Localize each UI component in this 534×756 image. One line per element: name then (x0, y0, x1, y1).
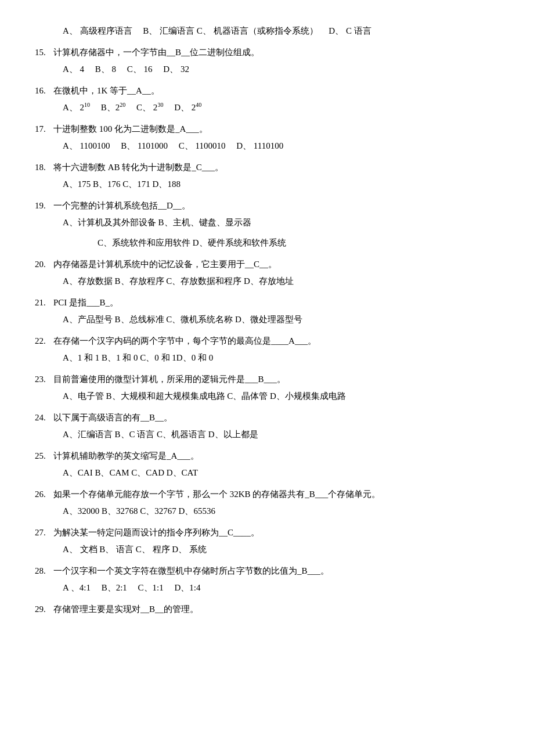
question-line: 29. 存储管理主要是实现对__B__的管理。 (35, 602, 499, 617)
answer-options: A、汇编语言 B、C 语言 C、机器语言 D、以上都是 (35, 427, 499, 442)
question-text: 目前普遍使用的微型计算机，所采用的逻辑元件是___B___。 (53, 372, 499, 387)
question-text: 如果一个存储单元能存放一个字节，那么一个 32KB 的存储器共有_B___个存储… (53, 487, 499, 502)
answer-options: A、CAI B、CAM C、CAD D、CAT (35, 465, 499, 481)
question-text: 存储管理主要是实现对__B__的管理。 (53, 602, 499, 617)
question-line: 16. 在微机中，1K 等于__A__。 (35, 83, 499, 99)
answer-options: A、175 B、176 C、171 D、188 (35, 177, 499, 192)
question-block: 20. 内存储器是计算机系统中的记忆设备，它主要用于__C__。A、存放数据 B… (35, 257, 499, 289)
question-block: 23. 目前普遍使用的微型计算机，所采用的逻辑元件是___B___。A、电子管 … (35, 372, 499, 404)
question-line: 19. 一个完整的计算机系统包括__D__。 (35, 198, 499, 214)
question-block: 15. 计算机存储器中，一个字节由__B__位二进制位组成。A、 4 B、 8 … (35, 45, 499, 77)
question-text: 十进制整数 100 化为二进制数是_A___。 (53, 121, 499, 137)
question-number: 28. (35, 563, 53, 579)
question-number: 18. (35, 160, 53, 175)
answer-options: A、计算机及其外部设备 B、主机、键盘、显示器 (35, 215, 499, 231)
question-line: 20. 内存储器是计算机系统中的记忆设备，它主要用于__C__。 (35, 257, 499, 272)
question-block: 21. PCI 是指___B_。A、产品型号 B、总线标准 C、微机系统名称 D… (35, 295, 499, 327)
question-text: 在存储一个汉字内码的两个字节中，每个字节的最高位是____A___。 (53, 333, 499, 349)
answer-options: A、产品型号 B、总线标准 C、微机系统名称 D、微处理器型号 (35, 312, 499, 327)
question-block: 29. 存储管理主要是实现对__B__的管理。 (35, 602, 499, 617)
question-block: 19. 一个完整的计算机系统包括__D__。A、计算机及其外部设备 B、主机、键… (35, 198, 499, 251)
question-line: 25. 计算机辅助教学的英文缩写是_A___。 (35, 448, 499, 464)
answer-options: A、电子管 B、大规模和超大规模集成电路 C、晶体管 D、小规模集成电路 (35, 388, 499, 404)
question-block: 27. 为解决某一特定问题而设计的指令序列称为__C____。A、 文档 B、 … (35, 525, 499, 557)
question-text: PCI 是指___B_。 (53, 295, 499, 311)
question-block: 26. 如果一个存储单元能存放一个字节，那么一个 32KB 的存储器共有_B__… (35, 487, 499, 519)
question-number: 19. (35, 198, 53, 214)
question-number: 17. (35, 121, 53, 137)
question-number: 25. (35, 448, 53, 464)
question-line: 15. 计算机存储器中，一个字节由__B__位二进制位组成。 (35, 45, 499, 60)
question-block: 24. 以下属于高级语言的有__B__。A、汇编语言 B、C 语言 C、机器语言… (35, 410, 499, 442)
question-line: 23. 目前普遍使用的微型计算机，所采用的逻辑元件是___B___。 (35, 372, 499, 387)
question-number: 21. (35, 295, 53, 311)
answer-options: A、 4 B、 8 C、 16 D、 32 (35, 62, 499, 77)
answer-options: A、1 和 1 B、1 和 0 C、0 和 1D、0 和 0 (35, 350, 499, 366)
question-line: 21. PCI 是指___B_。 (35, 295, 499, 311)
question-number: 23. (35, 372, 53, 387)
question-text: 在微机中，1K 等于__A__。 (53, 83, 499, 99)
question-number: 22. (35, 333, 53, 349)
question-line: 28. 一个汉字和一个英文字符在微型机中存储时所占字节数的比值为_B___。 (35, 563, 499, 579)
question-number: 29. (35, 602, 53, 617)
question-text: 一个完整的计算机系统包括__D__。 (53, 198, 499, 214)
question-text: 为解决某一特定问题而设计的指令序列称为__C____。 (53, 525, 499, 541)
answer-options: A、32000 B、32768 C、32767 D、65536 (35, 503, 499, 519)
question-number: 16. (35, 83, 53, 99)
question-text: 将十六进制数 AB 转化为十进制数是_C___。 (53, 160, 499, 175)
question-number: 26. (35, 487, 53, 502)
question-line: 22. 在存储一个汉字内码的两个字节中，每个字节的最高位是____A___。 (35, 333, 499, 349)
question-text: 以下属于高级语言的有__B__。 (53, 410, 499, 426)
question-block: 16. 在微机中，1K 等于__A__。A、 210 B、220 C、 230 … (35, 83, 499, 116)
question-text: 计算机辅助教学的英文缩写是_A___。 (53, 448, 499, 464)
question-block: 18. 将十六进制数 AB 转化为十进制数是_C___。A、175 B、176 … (35, 160, 499, 192)
question-line: 24. 以下属于高级语言的有__B__。 (35, 410, 499, 426)
question-text: 内存储器是计算机系统中的记忆设备，它主要用于__C__。 (53, 257, 499, 272)
question-line: 26. 如果一个存储单元能存放一个字节，那么一个 32KB 的存储器共有_B__… (35, 487, 499, 502)
answer-options: A、 210 B、220 C、 230 D、 240 (35, 100, 499, 116)
answer-options: A、存放数据 B、存放程序 C、存放数据和程序 D、存放地址 (35, 273, 499, 289)
question-text: 一个汉字和一个英文字符在微型机中存储时所占字节数的比值为_B___。 (53, 563, 499, 579)
main-content: A、 高级程序语言 B、 汇编语言 C、 机器语言（或称指令系统） D、 C 语… (35, 23, 499, 617)
question-number: 24. (35, 410, 53, 426)
question-block: 25. 计算机辅助教学的英文缩写是_A___。A、CAI B、CAM C、CAD… (35, 448, 499, 481)
question-line: 18. 将十六进制数 AB 转化为十进制数是_C___。 (35, 160, 499, 175)
answer-options: C、系统软件和应用软件 D、硬件系统和软件系统 (35, 235, 499, 251)
question-number: 20. (35, 257, 53, 272)
question-block: A、 高级程序语言 B、 汇编语言 C、 机器语言（或称指令系统） D、 C 语… (35, 23, 499, 39)
question-block: 17. 十进制整数 100 化为二进制数是_A___。A、 1100100 B、… (35, 121, 499, 154)
answer-options: A、 文档 B、 语言 C、 程序 D、 系统 (35, 542, 499, 557)
question-block: 28. 一个汉字和一个英文字符在微型机中存储时所占字节数的比值为_B___。A … (35, 563, 499, 596)
answer-options: A 、4:1 B、2:1 C、1:1 D、1:4 (35, 580, 499, 596)
question-number: 27. (35, 525, 53, 541)
question-text: 计算机存储器中，一个字节由__B__位二进制位组成。 (53, 45, 499, 60)
question-line: 17. 十进制整数 100 化为二进制数是_A___。 (35, 121, 499, 137)
question-line: 27. 为解决某一特定问题而设计的指令序列称为__C____。 (35, 525, 499, 541)
answer-options: A、 1100100 B、 1101000 C、 1100010 D、 1110… (35, 138, 499, 154)
answer-line: A、 高级程序语言 B、 汇编语言 C、 机器语言（或称指令系统） D、 C 语… (35, 23, 499, 39)
question-block: 22. 在存储一个汉字内码的两个字节中，每个字节的最高位是____A___。A、… (35, 333, 499, 366)
question-number: 15. (35, 45, 53, 60)
